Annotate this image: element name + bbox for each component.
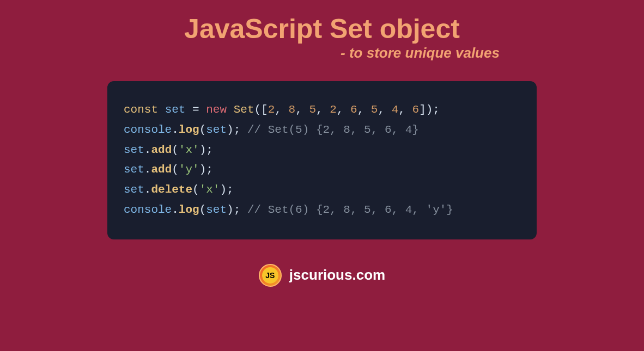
code-line: set.add('x');	[124, 140, 520, 161]
code-line: set.add('y');	[124, 160, 520, 180]
page-subtitle: - to store unique values	[341, 45, 500, 61]
code-line: console.log(set); // Set(5) {2, 8, 5, 6,…	[124, 120, 520, 140]
js-logo-text: JS	[262, 267, 278, 284]
code-line: set.delete('x');	[124, 180, 520, 200]
site-name: jscurious.com	[289, 267, 385, 284]
footer: JS jscurious.com	[259, 264, 385, 287]
code-line: const set = new Set([2, 8, 5, 2, 6, 5, 4…	[124, 100, 520, 120]
code-line: console.log(set); // Set(6) {2, 8, 5, 6,…	[124, 200, 520, 220]
js-logo-icon: JS	[259, 264, 282, 287]
code-block: const set = new Set([2, 8, 5, 2, 6, 5, 4…	[107, 81, 537, 239]
page-title: JavaScript Set object	[184, 13, 460, 45]
